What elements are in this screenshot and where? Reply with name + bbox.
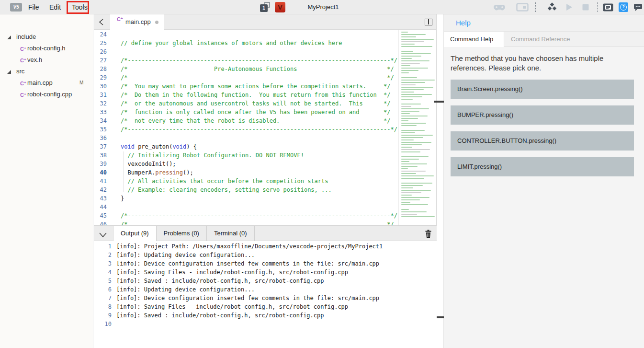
- cpp-file-icon: C+: [20, 77, 26, 89]
- code-text: /*--------------------------------------…: [121, 125, 397, 134]
- code-line-46[interactable]: 46/* */: [94, 220, 437, 225]
- minimap-line: [401, 197, 429, 198]
- file-label: robot-config.cpp: [27, 89, 72, 100]
- vex-brain-status-icon[interactable]: V: [275, 2, 285, 12]
- minimap-line: [401, 53, 431, 54]
- code-editor[interactable]: 2425// define your global instances of m…: [94, 30, 437, 225]
- output-tab-output[interactable]: Output (9): [113, 226, 157, 241]
- minimap-line: [401, 173, 416, 174]
- code-line-26[interactable]: 26: [94, 47, 437, 56]
- code-line-24[interactable]: 24: [94, 30, 437, 39]
- expand-triangle-icon[interactable]: [7, 70, 11, 74]
- menu-tools[interactable]: Tools: [70, 0, 90, 14]
- code-line-36[interactable]: 36: [94, 134, 437, 142]
- code-line-43[interactable]: 43}: [94, 194, 437, 203]
- minimap-line: [401, 185, 423, 186]
- minimap-line: [401, 183, 432, 184]
- code-line-40[interactable]: 40 BumperA.pressing();: [94, 168, 437, 177]
- minimap-line: [401, 99, 413, 100]
- minimap-line: [401, 199, 420, 200]
- code-line-35[interactable]: 35/*------------------------------------…: [94, 125, 437, 134]
- code-line-31[interactable]: 31/* Do them in the following function. …: [94, 91, 437, 99]
- menu-edit[interactable]: Edit: [47, 0, 63, 14]
- code-line-33[interactable]: 33/* function is only called once after …: [94, 108, 437, 116]
- tree-item-include[interactable]: include: [0, 31, 93, 43]
- code-text: /* or the autonomous and usercontrol tas…: [121, 99, 391, 108]
- line-number: 40: [94, 168, 107, 177]
- output-line-text: [info]: Saving Files - include/robot-con…: [116, 302, 348, 311]
- code-line-44[interactable]: 44: [94, 203, 437, 211]
- minimap-line: [401, 123, 426, 124]
- output-line-number: 3: [94, 259, 112, 268]
- tree-item-src[interactable]: src: [0, 66, 93, 77]
- code-line-27[interactable]: 27/*------------------------------------…: [94, 56, 437, 65]
- menu-file[interactable]: File: [26, 0, 41, 14]
- line-number: 28: [94, 65, 107, 73]
- code-line-28[interactable]: 28/* Pre-Autonomous Functions */: [94, 65, 437, 73]
- code-line-34[interactable]: 34/* not every time that the robot is di…: [94, 116, 437, 125]
- code-line-38[interactable]: 38 // Initializing Robot Configuration. …: [94, 151, 437, 160]
- code-line-42[interactable]: 42 // Example: clearing encoders, settin…: [94, 186, 437, 194]
- code-text: /* Pre-Autonomous Functions */: [121, 65, 394, 73]
- tree-item-vex-h[interactable]: C+vex.h: [0, 54, 93, 66]
- line-number: 25: [94, 39, 107, 47]
- code-line-45[interactable]: 45/*------------------------------------…: [94, 211, 437, 220]
- code-line-41[interactable]: 41 // All activities that occur before t…: [94, 177, 437, 186]
- line-number: 30: [94, 82, 107, 91]
- help-option-brainscreenpressing[interactable]: Brain.Screen.pressing(): [451, 80, 634, 99]
- minimap-line: [401, 192, 421, 193]
- panel-splitter[interactable]: [436, 14, 444, 348]
- split-editor-icon[interactable]: [425, 19, 432, 25]
- clear-output-trash-icon[interactable]: [425, 230, 432, 240]
- help-icon[interactable]: ?: [617, 0, 630, 14]
- minimap-line: [401, 156, 429, 157]
- line-number: 42: [94, 186, 107, 194]
- output-line-number: 9: [94, 311, 112, 320]
- code-line-29[interactable]: 29/* */: [94, 73, 437, 82]
- brain-device-icon[interactable]: [602, 0, 614, 14]
- code-text: /* Do them in the following function. Yo…: [121, 91, 391, 99]
- back-chevron-icon[interactable]: [99, 18, 104, 28]
- minimap-line: [401, 168, 408, 169]
- code-text: // All activities that occur before the …: [121, 177, 328, 186]
- help-option-limitpressing[interactable]: LIMIT.pressing(): [451, 157, 634, 176]
- project-name: MyProject1: [294, 0, 352, 14]
- file-label: main.cpp: [27, 77, 53, 89]
- output-line-9: 9[info]: Saved : include/robot-config.h,…: [94, 311, 437, 320]
- code-line-30[interactable]: 30/* You may want to perform some action…: [94, 82, 437, 91]
- minimap-line: [401, 108, 429, 109]
- top-menubar: V5 FileEditTools 1 V MyProject1 ?: [0, 0, 644, 14]
- download-icon[interactable]: [546, 0, 558, 14]
- code-text: /* */: [121, 73, 394, 82]
- minimap[interactable]: [398, 30, 436, 225]
- cpp-file-icon: C+: [20, 89, 26, 101]
- editor-tab-main-cpp[interactable]: C+ main.cpp: [110, 14, 164, 30]
- code-line-39[interactable]: 39 vexcodeInit();: [94, 160, 437, 168]
- editor-scrollbar-handle[interactable]: [434, 101, 444, 103]
- tree-item-robot-config-h[interactable]: C+robot-config.h: [0, 43, 93, 54]
- feedback-icon[interactable]: [632, 0, 644, 14]
- minimap-line: [401, 94, 432, 95]
- code-text: /* You may want to perform some actions …: [121, 82, 391, 91]
- help-option-controllerbuttonpressing[interactable]: CONTROLLER.BUTTON.pressing(): [451, 131, 634, 151]
- code-text: /* function is only called once after th…: [121, 108, 391, 116]
- output-console[interactable]: 1[info]: Project Path: /Users/maxoffline…: [94, 241, 437, 348]
- code-line-32[interactable]: 32/* or the autonomous and usercontrol t…: [94, 99, 437, 108]
- output-tab-problems[interactable]: Problems (0): [157, 226, 207, 241]
- tab-command-reference[interactable]: Command Reference: [511, 32, 570, 47]
- minimap-line: [401, 96, 422, 97]
- expand-triangle-icon[interactable]: [7, 35, 11, 39]
- code-line-37[interactable]: 37void pre_auton(void) {: [94, 142, 437, 151]
- output-tab-terminal[interactable]: Terminal (0): [207, 226, 255, 241]
- slot-icon[interactable]: 1: [260, 2, 272, 13]
- help-option-bumperpressing[interactable]: BUMPER.pressing(): [451, 105, 634, 125]
- collapse-chevron-icon[interactable]: [99, 231, 107, 240]
- output-line-number: 4: [94, 268, 112, 277]
- line-number: 39: [94, 160, 107, 168]
- tree-item-robot-config-cpp[interactable]: C+robot-config.cpp: [0, 89, 93, 100]
- vexcode-window: V5 FileEditTools 1 V MyProject1 ?: [0, 0, 644, 348]
- minimap-line: [401, 125, 417, 126]
- tab-command-help[interactable]: Command Help: [444, 32, 504, 47]
- tree-item-main-cpp[interactable]: C+main.cppM: [0, 77, 93, 89]
- code-line-25[interactable]: 25// define your global instances of mot…: [94, 39, 437, 47]
